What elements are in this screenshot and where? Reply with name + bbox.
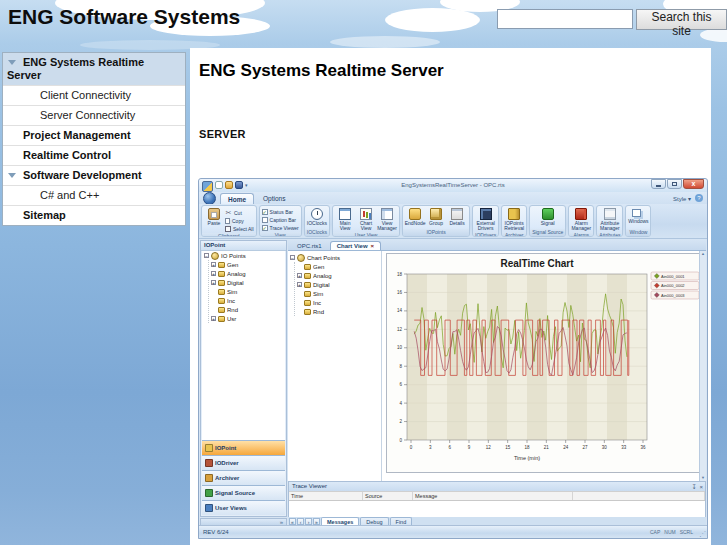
details-button[interactable]: Details <box>447 207 467 226</box>
column-header-message[interactable]: Message <box>413 492 573 500</box>
iopoint-node-analog[interactable]: +Analog <box>209 269 285 278</box>
cut-button[interactable]: ✂Cut <box>225 209 242 216</box>
expand-icon[interactable]: + <box>211 316 216 321</box>
chart-view-button[interactable]: Chart View <box>356 207 376 231</box>
qat-dropdown-icon[interactable]: ▾ <box>245 182 248 188</box>
close-icon[interactable]: × <box>699 483 703 492</box>
trace-viewer-caption[interactable]: Trace Viewer ↧ × <box>289 482 705 491</box>
save-icon[interactable] <box>235 181 243 189</box>
sidebar-item-server-connectivity[interactable]: Server Connectivity <box>3 105 185 125</box>
paste-button[interactable]: Paste <box>204 207 224 226</box>
iopoint-node-rnd[interactable]: Rnd <box>209 305 285 314</box>
external-drivers-button[interactable]: External Drivers <box>476 207 496 231</box>
maximize-button[interactable] <box>667 179 682 189</box>
app-status-bar: REV 6/24 CAPNUMSCRL ⋰ <box>199 525 707 538</box>
nav-iodriver-button[interactable]: IODriver <box>202 455 285 470</box>
chartpoints-node-sim[interactable]: Sim <box>295 289 381 298</box>
iopoint-node-usr[interactable]: +Usr <box>209 314 285 323</box>
pin-icon[interactable]: ↧ <box>691 483 696 492</box>
sidebar-item-software-development[interactable]: Software Development <box>3 165 185 185</box>
expand-icon[interactable]: + <box>211 271 216 276</box>
sidebar-item-label: Realtime Control <box>7 149 181 162</box>
collapse-icon[interactable]: − <box>204 253 209 258</box>
expand-icon[interactable]: + <box>211 262 216 267</box>
sidebar-item-c-and-c[interactable]: C# and C++ <box>3 185 185 205</box>
svg-text:24: 24 <box>563 445 569 450</box>
chartpoints-node-inc[interactable]: Inc <box>295 298 381 307</box>
trace-nav-first-icon[interactable]: « <box>289 518 296 525</box>
sidebar-item-eng-systems-realtime-server[interactable]: ENG Systems Realtime Server <box>3 53 185 85</box>
trace-viewer-checkbox[interactable]: ✓Trace Viewer <box>262 225 299 231</box>
help-icon[interactable]: ? <box>695 194 703 202</box>
signal-button[interactable]: Signal <box>538 207 558 226</box>
sidebar-item-project-management[interactable]: Project Management <box>3 125 185 145</box>
sidebar-item-realtime-control[interactable]: Realtime Control <box>3 145 185 165</box>
minimize-button[interactable] <box>651 179 666 189</box>
nav-iopoint-button[interactable]: IOPoint <box>202 440 285 455</box>
nav-archiver-button[interactable]: Archiver <box>202 470 285 485</box>
doc-tab-opc-rts1[interactable]: OPC.rts1 <box>291 242 328 250</box>
tree-node-label: Analog <box>227 271 246 277</box>
copy-button[interactable]: Copy <box>225 218 244 224</box>
chartpoints-node-digital[interactable]: +Digital <box>295 280 381 289</box>
sidebar-item-label: Sitemap <box>7 209 181 222</box>
status-bar-checkbox[interactable]: ✓Status Bar <box>262 209 299 215</box>
cut-icon: ✂ <box>225 209 232 216</box>
view-manager-button[interactable]: View Manager <box>377 207 397 231</box>
app-icon <box>202 181 213 192</box>
app-titlebar[interactable]: ▾ EngSystemsRealTimeServer - OPC.rts x <box>199 179 707 193</box>
group-button[interactable]: Group <box>426 207 446 226</box>
ioclocks-button[interactable]: IOClocks <box>307 207 327 226</box>
nav-user-views-button[interactable]: User Views <box>202 500 285 515</box>
sidebar-item-client-connectivity[interactable]: Client Connectivity <box>3 85 185 105</box>
column-header-time[interactable]: Time <box>289 492 363 500</box>
search-button[interactable]: Search this site <box>636 9 727 30</box>
collapse-icon[interactable]: − <box>290 255 295 260</box>
chartpoints-node-rnd[interactable]: Rnd <box>295 307 381 316</box>
expand-icon[interactable]: + <box>297 282 302 287</box>
close-button[interactable]: x <box>683 179 704 189</box>
realtime-chart-panel: 0246810121416180369121518212427303336Rea… <box>386 253 706 473</box>
select-all-button[interactable]: Select All <box>225 226 254 232</box>
trace-nav-last-icon[interactable]: » <box>313 518 320 525</box>
chartpoints-node-analog[interactable]: +Analog <box>295 271 381 280</box>
alarm-manager-button[interactable]: Alarm Manager <box>571 207 591 231</box>
user-views-icon <box>205 504 213 512</box>
tab-options[interactable]: Options <box>256 193 292 204</box>
iopoint-panel-caption[interactable]: IOPoint <box>201 241 286 251</box>
tab-home[interactable]: Home <box>220 193 254 204</box>
svg-text:30: 30 <box>602 445 608 450</box>
windows-button[interactable]: Windows <box>628 207 648 224</box>
caption-bar-checkbox[interactable]: Caption Bar <box>262 217 299 223</box>
trace-nav-prev-icon[interactable]: ‹ <box>297 518 304 525</box>
expand-icon[interactable]: + <box>211 280 216 285</box>
style-menu[interactable]: Style ▾ <box>673 195 691 202</box>
search-input[interactable] <box>497 9 633 29</box>
iopoint-node-sim[interactable]: Sim <box>209 287 285 296</box>
chartpoints-node-gen[interactable]: Gen <box>295 262 381 271</box>
column-header-source[interactable]: Source <box>363 492 413 500</box>
vertical-scrollbar[interactable]: ▲ ▼ <box>699 251 706 481</box>
tab-close-icon[interactable]: × <box>371 243 375 249</box>
iopoint-node-gen[interactable]: +Gen <box>209 260 285 269</box>
expand-icon[interactable]: + <box>297 273 302 278</box>
open-file-icon[interactable] <box>225 181 233 189</box>
iopoint-node-inc[interactable]: Inc <box>209 296 285 305</box>
attribute-manager-button[interactable]: Attribute Manager <box>600 207 620 231</box>
new-file-icon[interactable] <box>215 181 223 189</box>
checkbox-label: Caption Bar <box>270 217 296 223</box>
resize-grip-icon[interactable]: ⋰ <box>699 530 706 537</box>
main-view-button[interactable]: Main View <box>335 207 355 231</box>
trace-nav-next-icon[interactable]: › <box>305 518 312 525</box>
chartpoints-root-node[interactable]: −Chart Points <box>288 253 381 262</box>
endnode-button[interactable]: EndNode <box>405 207 425 226</box>
status-indicators: CAPNUMSCRL <box>650 529 693 535</box>
scroll-up-icon[interactable]: ▲ <box>701 251 705 256</box>
doc-tab-chart-view[interactable]: Chart View× <box>330 241 381 250</box>
nav-signal-source-button[interactable]: Signal Source <box>202 485 285 500</box>
sidebar-item-sitemap[interactable]: Sitemap <box>3 205 185 225</box>
iopoint-root-node[interactable]: −IO Points <box>202 251 285 260</box>
iopoints-retrieval-button[interactable]: IOPoints Retrieval <box>504 207 524 231</box>
iopoint-node-digital[interactable]: +Digital <box>209 278 285 287</box>
main-view-icon <box>339 208 351 220</box>
